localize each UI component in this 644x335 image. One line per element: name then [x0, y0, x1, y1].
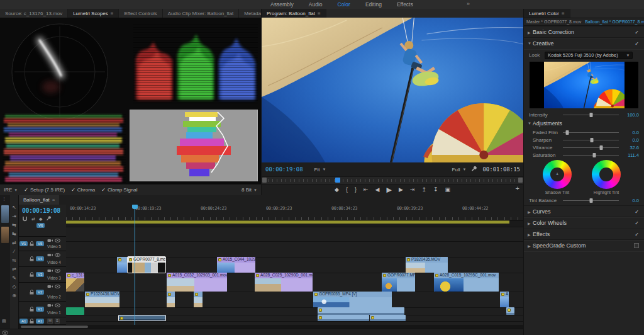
disclosure-triangle-icon[interactable]: ▼: [528, 42, 533, 45]
track-name[interactable]: Video 2: [47, 295, 61, 299]
section-curves[interactable]: ▶ Curves ✓: [524, 205, 644, 218]
timeline-settings-wrench-icon[interactable]: [46, 216, 52, 222]
program-timecode[interactable]: 00:00:19:08: [265, 166, 303, 173]
disclosure-triangle-icon[interactable]: ▼: [528, 122, 533, 125]
saturation-slider[interactable]: [563, 155, 619, 156]
tab-audio-clip-mixer[interactable]: Audio Clip Mixer: Balloon_flat: [163, 9, 240, 18]
timeline-clip[interactable]: A015_C032_102903_001.mov [20: [167, 273, 227, 292]
track-target-v2[interactable]: V2: [36, 290, 44, 295]
scrollbar-handle[interactable]: [21, 326, 88, 328]
zoom-level-dropdown[interactable]: Fit▼: [314, 167, 326, 173]
bit-depth-dropdown[interactable]: 8 Bit▼: [242, 187, 257, 193]
timeline-clip[interactable]: [66, 307, 84, 315]
snap-magnet-icon[interactable]: [22, 216, 28, 222]
ire-dropdown[interactable]: IRE▼: [4, 187, 18, 193]
workspace-overflow-icon[interactable]: »: [467, 1, 470, 7]
track-lock-icon[interactable]: [30, 241, 34, 246]
settings-wrench-icon[interactable]: [471, 166, 477, 173]
panel-menu-icon[interactable]: ≡: [318, 11, 321, 16]
add-marker-icon[interactable]: ◆: [39, 217, 42, 222]
track-name[interactable]: Video 3: [47, 276, 61, 280]
section-creative[interactable]: ▼ Creative ✓: [524, 37, 644, 50]
pen-tool[interactable]: ✎: [12, 276, 16, 281]
go-to-in-button[interactable]: ⇤: [364, 187, 369, 193]
sequence-clip-label[interactable]: Balloon_flat * GOPR0077_8.mov: [585, 20, 644, 24]
adjustments-header[interactable]: ▼ Adjustments: [524, 120, 644, 127]
sharpen-slider[interactable]: [563, 140, 619, 140]
sync-lock-icon[interactable]: [47, 304, 53, 307]
extract-button[interactable]: ↧: [433, 187, 438, 193]
faded-film-value[interactable]: 0.0: [623, 130, 639, 135]
track-target-v5[interactable]: V5: [36, 241, 44, 246]
master-clip-label[interactable]: Master * GOPR0077_8.mov: [526, 20, 581, 24]
shadow-tint-wheel[interactable]: +: [543, 160, 572, 189]
timeline-clip[interactable]: [370, 315, 406, 321]
section-enabled-check-icon[interactable]: ✓: [635, 209, 639, 215]
mute-button[interactable]: M: [47, 318, 53, 324]
panel-menu-icon[interactable]: ≡: [111, 11, 114, 16]
sync-lock-icon[interactable]: [47, 239, 53, 242]
vibrance-value[interactable]: 32.6: [623, 145, 639, 150]
slider-handle[interactable]: [589, 198, 592, 203]
section-enabled-check-icon[interactable]: ✓: [635, 232, 639, 237]
project-thumbnail[interactable]: [1, 205, 9, 223]
workspace-tab-color[interactable]: Color: [338, 1, 350, 8]
section-basic-correction[interactable]: ▶ Basic Correction ✓: [524, 26, 644, 38]
timeline-clip[interactable]: A028_C025_10290D_001.mov: [255, 273, 313, 292]
tint-balance-slider[interactable]: [563, 200, 619, 201]
disclosure-triangle-icon[interactable]: ▶: [528, 30, 533, 35]
track-lock-icon[interactable]: [30, 272, 34, 277]
timeline-clip[interactable]: c_1317: [66, 273, 84, 292]
disclosure-triangle-icon[interactable]: ▶: [528, 210, 533, 214]
linked-selection-icon[interactable]: ⇄: [31, 217, 35, 222]
mark-in-button[interactable]: {: [346, 187, 348, 193]
tab-source-monitor[interactable]: Source: c_13176_13.mov: [0, 9, 68, 18]
clamp-signal-checkbox[interactable]: ✓Clamp Signal: [101, 187, 137, 193]
intensity-value[interactable]: 100.0: [623, 112, 639, 118]
timeline-playhead[interactable]: [135, 205, 135, 325]
track-target-v3[interactable]: V3: [36, 272, 44, 277]
track-target-a1[interactable]: A1: [36, 319, 44, 324]
track-output-eye-icon[interactable]: [55, 253, 60, 257]
vibrance-slider[interactable]: [563, 147, 619, 148]
setup-checkbox[interactable]: ✓Setup (7.5 IRE): [24, 187, 65, 193]
playback-resolution-dropdown[interactable]: Full▼: [452, 167, 467, 173]
footer-eye-icon[interactable]: [2, 331, 8, 335]
button-editor-button[interactable]: +: [516, 185, 519, 192]
tab-metadata[interactable]: Metadata: [239, 9, 261, 18]
track-name[interactable]: Video 1: [47, 310, 61, 315]
tab-program-monitor[interactable]: Program: Balloon_flat ≡: [262, 9, 326, 18]
slider-handle[interactable]: [589, 113, 592, 117]
tab-lumetri-color[interactable]: Lumetri Color ≡: [524, 9, 570, 18]
solo-button[interactable]: S: [55, 318, 60, 324]
lift-button[interactable]: ↥: [421, 187, 426, 193]
grip-icon[interactable]: ⋮: [2, 196, 6, 202]
section-color-wheels[interactable]: ▶ Color Wheels ✓: [524, 217, 644, 229]
scrubber-right-handle[interactable]: [518, 178, 523, 183]
timeline-clip[interactable]: [118, 315, 166, 321]
step-back-button[interactable]: ◀: [375, 187, 380, 193]
timeline-clip[interactable]: [506, 307, 514, 315]
slider-handle[interactable]: [591, 138, 594, 142]
track-lock-icon[interactable]: [30, 307, 34, 312]
close-icon[interactable]: ×: [52, 197, 55, 203]
section-enabled-check-icon[interactable]: ✓: [635, 220, 639, 226]
workspace-tab-audio[interactable]: Audio: [309, 1, 323, 8]
rate-stretch-tool[interactable]: ⇄: [12, 241, 16, 246]
section-effects[interactable]: ▶ Effects ✓: [524, 228, 644, 241]
workspace-tab-assembly[interactable]: Assembly: [270, 1, 294, 8]
source-patch-v1[interactable]: V1: [19, 241, 28, 246]
workspace-tab-effects[interactable]: Effects: [397, 1, 413, 8]
track-name[interactable]: Video 4: [47, 260, 61, 264]
intensity-slider[interactable]: [563, 115, 619, 115]
tab-lumetri-scopes[interactable]: Lumetri Scopes ≡: [68, 9, 119, 18]
timeline-timecode[interactable]: 00:00:19:08: [22, 207, 60, 214]
project-thumbnail[interactable]: [1, 227, 9, 243]
hand-tool[interactable]: ◇: [12, 285, 16, 290]
workspace-tab-editing[interactable]: Editing: [365, 1, 382, 8]
tint-balance-value[interactable]: 0.0: [623, 198, 639, 203]
chroma-checkbox[interactable]: ✓Chroma: [71, 187, 95, 193]
timeline-clip[interactable]: A: [500, 292, 509, 307]
zoom-tool[interactable]: ⊕: [12, 293, 16, 298]
track-lock-icon[interactable]: [30, 290, 34, 295]
